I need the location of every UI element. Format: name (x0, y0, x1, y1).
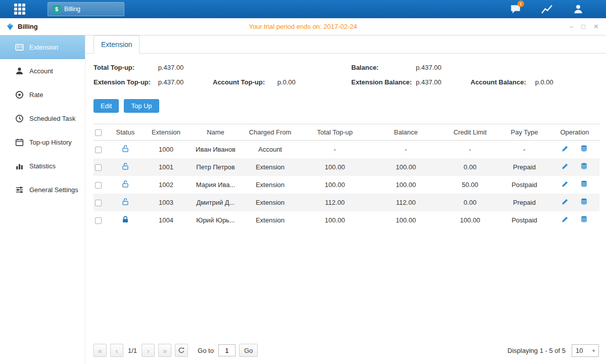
sidebar: Extension Account Rate Scheduled Task To… (0, 35, 85, 364)
go-button[interactable]: Go (239, 344, 258, 357)
cell-total-topup: 100.00 (299, 211, 370, 229)
summary-account-topup: Account Top-up: p.0.00 (213, 78, 351, 86)
sidebar-item-label: Top-up History (29, 139, 72, 146)
edit-icon[interactable] (561, 145, 569, 153)
row-checkbox[interactable] (95, 164, 102, 171)
edit-icon[interactable] (561, 215, 569, 223)
top-bar: $ Billing ! (0, 0, 606, 18)
cell-charged-from: Extension (241, 158, 299, 176)
summary-label: Extension Top-up: (94, 78, 156, 86)
row-checkbox[interactable] (95, 200, 102, 206)
summary-extension-topup: Extension Top-up: p.437.00 (94, 78, 213, 86)
topbar-billing-tab-label: Billing (64, 6, 80, 13)
summary-label: Extension Balance: (351, 78, 414, 86)
edit-button[interactable]: Edit (94, 99, 119, 113)
topup-icon[interactable] (580, 145, 588, 153)
cell-charged-from: Extension (241, 176, 299, 194)
calendar-icon (15, 138, 24, 147)
column-header-balance: Balance (370, 124, 441, 141)
tab-strip: Extension (85, 35, 606, 54)
person-icon (15, 67, 24, 75)
locked-icon (121, 215, 129, 223)
summary-account-balance: Account Balance: p.0.00 (471, 78, 599, 86)
sidebar-item-label: Extension (29, 43, 58, 51)
sidebar-item-label: Account (29, 67, 53, 75)
messages-icon[interactable]: ! (509, 3, 522, 15)
row-checkbox[interactable] (95, 182, 102, 189)
close-icon[interactable]: ✕ (593, 23, 599, 30)
sidebar-item-account[interactable]: Account (0, 59, 85, 83)
content-area: Total Top-up: p.437.00 Balance: p.437.00… (85, 54, 606, 364)
sidebar-item-label: General Settings (29, 186, 78, 194)
topup-icon[interactable] (580, 180, 588, 188)
cell-extension: 1002 (142, 176, 190, 194)
table-row: 1002 Мария Ива... Extension 100.00 100.0… (94, 176, 599, 194)
select-all-checkbox[interactable] (95, 129, 102, 136)
goto-label: Go to (198, 347, 214, 354)
sidebar-item-general-settings[interactable]: General Settings (0, 178, 85, 202)
cell-total-topup: 112.00 (299, 194, 370, 211)
edit-icon[interactable] (561, 180, 569, 188)
cell-credit-limit: 0.00 (441, 194, 499, 211)
topup-icon[interactable] (580, 162, 588, 170)
page-size-value: 10 (576, 347, 583, 354)
pagination-right: Displaying 1 - 5 of 5 10 ▾ (507, 344, 599, 357)
topbar-billing-tab[interactable]: $ Billing (48, 2, 124, 16)
user-icon[interactable] (572, 3, 585, 15)
sidebar-item-extension[interactable]: Extension (0, 35, 85, 59)
summary-value: p.437.00 (158, 64, 184, 71)
trial-notice: Your trial period ends on: 2017-02-24 (0, 23, 606, 30)
pagination-bar: « ‹ 1/1 › » Go to Go Displaying 1 - 5 of… (94, 344, 599, 357)
topup-icon[interactable] (580, 198, 588, 206)
sidebar-item-rate[interactable]: Rate (0, 83, 85, 107)
page-size-select[interactable]: 10 ▾ (572, 344, 599, 357)
edit-icon[interactable] (561, 162, 569, 170)
cell-credit-limit: - (441, 141, 499, 158)
reports-icon[interactable] (540, 3, 553, 15)
cell-pay-type: Prepaid (499, 194, 550, 211)
maximize-icon[interactable]: □ (581, 23, 585, 30)
minimize-icon[interactable]: – (570, 23, 573, 30)
cell-pay-type: Postpaid (499, 211, 550, 229)
column-header-status: Status (109, 124, 142, 141)
topup-icon[interactable] (580, 215, 588, 223)
billing-app-icon (6, 23, 14, 31)
sliders-icon (15, 186, 24, 194)
column-header-charged-from: Charged From (241, 124, 299, 141)
goto-page-input[interactable] (218, 344, 236, 356)
sidebar-item-statistics[interactable]: Statistics (0, 154, 85, 178)
first-page-button[interactable]: « (94, 344, 107, 357)
last-page-button[interactable]: » (158, 344, 171, 357)
app-launcher-icon[interactable] (14, 4, 25, 15)
top-up-button[interactable]: Top Up (124, 99, 159, 113)
next-page-button[interactable]: › (142, 344, 155, 357)
summary-extension-balance: Extension Balance: p.437.00 (351, 78, 471, 86)
refresh-button[interactable] (175, 344, 188, 357)
summary-value: p.437.00 (416, 78, 442, 86)
column-header-operation: Operation (550, 124, 599, 141)
unlocked-icon (121, 180, 129, 188)
summary-value: p.437.00 (416, 64, 442, 71)
rate-icon (15, 90, 24, 99)
edit-icon[interactable] (561, 198, 569, 206)
unlocked-icon (121, 145, 129, 153)
row-checkbox[interactable] (95, 217, 102, 224)
cell-balance: 100.00 (370, 211, 441, 229)
screen: $ Billing ! Billing Your trial period en… (0, 0, 606, 364)
column-header-extension: Extension (142, 124, 190, 141)
cell-name: Дмитрий Д... (190, 194, 241, 211)
cell-total-topup: - (299, 141, 370, 158)
unlocked-icon (121, 162, 129, 170)
cell-charged-from: Extension (241, 194, 299, 211)
column-header-total-topup: Total Top-up (299, 124, 370, 141)
cell-extension: 1000 (142, 141, 190, 158)
summary-label: Balance: (351, 64, 414, 71)
cell-balance: 100.00 (370, 158, 441, 176)
row-checkbox[interactable] (95, 147, 102, 153)
sidebar-item-scheduled-task[interactable]: Scheduled Task (0, 107, 85, 130)
tab-extension[interactable]: Extension (94, 35, 139, 54)
prev-page-button[interactable]: ‹ (110, 344, 123, 357)
cell-name: Мария Ива... (190, 176, 241, 194)
sidebar-item-topup-history[interactable]: Top-up History (0, 130, 85, 154)
refresh-icon (178, 347, 185, 354)
